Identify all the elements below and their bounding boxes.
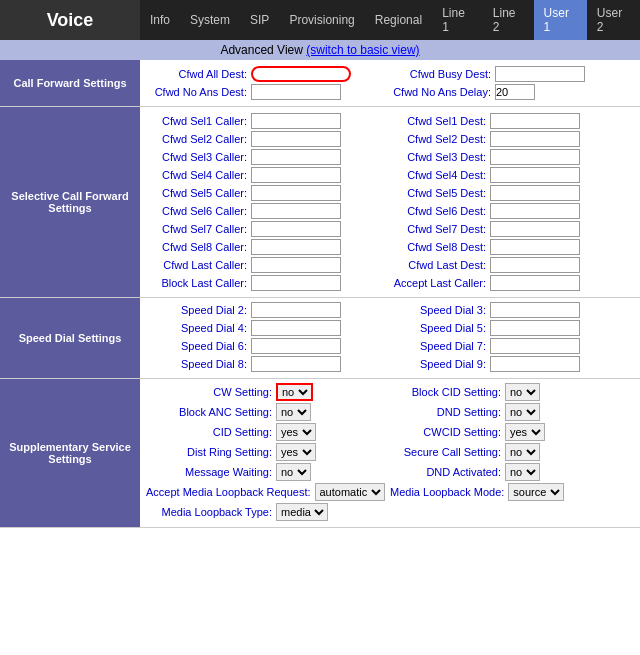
sel-right-label-9: Accept Last Caller: bbox=[390, 277, 490, 289]
sd-left-input-0[interactable] bbox=[251, 302, 341, 318]
sel-right-input-8[interactable] bbox=[490, 257, 580, 273]
supp-left-select-1[interactable]: no bbox=[276, 403, 311, 421]
supp-left-select-5[interactable]: automatic bbox=[315, 483, 385, 501]
cfwd-all-label: Cfwd All Dest: bbox=[146, 68, 251, 80]
nav-line1[interactable]: Line 1 bbox=[432, 0, 483, 40]
supp-left-select-0[interactable]: no bbox=[276, 383, 313, 401]
sel-left-input-0[interactable] bbox=[251, 113, 341, 129]
sel-left-label-6: Cfwd Sel7 Caller: bbox=[146, 223, 251, 235]
supp-row-5: Accept Media Loopback Request: automatic… bbox=[146, 483, 634, 501]
cfwd-noans-delay-input-wrapper bbox=[495, 84, 535, 100]
supp-right-label-1: DND Setting: bbox=[390, 406, 505, 418]
sd-left-input-1[interactable] bbox=[251, 320, 341, 336]
sel-left-input-6[interactable] bbox=[251, 221, 341, 237]
cfwd-no-ans-delay-input[interactable] bbox=[495, 84, 535, 100]
supp-left-select-2[interactable]: yes bbox=[276, 423, 316, 441]
sel-left-label-8: Cfwd Last Caller: bbox=[146, 259, 251, 271]
sd-right-input-0[interactable] bbox=[490, 302, 580, 318]
sd-left-input-2[interactable] bbox=[251, 338, 341, 354]
sel-right-input-3[interactable] bbox=[490, 167, 580, 183]
cfwd-all-dest-input[interactable] bbox=[251, 66, 351, 82]
sel-left-label-7: Cfwd Sel8 Caller: bbox=[146, 241, 251, 253]
sd-right-input-3[interactable] bbox=[490, 356, 580, 372]
nav-provisioning[interactable]: Provisioning bbox=[279, 7, 364, 33]
cfwd-all-input-wrapper bbox=[251, 66, 351, 82]
speed-dial-row-1: Speed Dial 4: Speed Dial 5: bbox=[146, 320, 634, 336]
cfwd-no-ans-dest-input[interactable] bbox=[251, 84, 341, 100]
selective-cf-row-3: Cfwd Sel4 Caller: Cfwd Sel4 Dest: bbox=[146, 167, 634, 183]
nav-bar: Info System SIP Provisioning Regional Li… bbox=[140, 0, 640, 40]
sd-right-input-2[interactable] bbox=[490, 338, 580, 354]
nav-user1[interactable]: User 1 bbox=[534, 0, 587, 40]
sel-left-input-7[interactable] bbox=[251, 239, 341, 255]
supp-left-select-3[interactable]: yes bbox=[276, 443, 316, 461]
sd-left-label-2: Speed Dial 6: bbox=[146, 340, 251, 352]
nav-sip[interactable]: SIP bbox=[240, 7, 279, 33]
cfwd-busy-dest-input[interactable] bbox=[495, 66, 585, 82]
sd-left-label-3: Speed Dial 8: bbox=[146, 358, 251, 370]
sel-left-input-8[interactable] bbox=[251, 257, 341, 273]
selective-cf-content: Cfwd Sel1 Caller: Cfwd Sel1 Dest: Cfwd S… bbox=[140, 107, 640, 297]
supp-left-label-4: Message Waiting: bbox=[146, 466, 276, 478]
sel-right-input-6[interactable] bbox=[490, 221, 580, 237]
supp-right-select-4[interactable]: no bbox=[505, 463, 540, 481]
selective-cf-row-5: Cfwd Sel6 Caller: Cfwd Sel6 Dest: bbox=[146, 203, 634, 219]
supp-left-select-4[interactable]: no bbox=[276, 463, 311, 481]
sel-right-input-0[interactable] bbox=[490, 113, 580, 129]
sd-left-input-3[interactable] bbox=[251, 356, 341, 372]
sel-left-label-5: Cfwd Sel6 Caller: bbox=[146, 205, 251, 217]
sd-right-input-1[interactable] bbox=[490, 320, 580, 336]
sel-left-input-4[interactable] bbox=[251, 185, 341, 201]
sel-left-input-1[interactable] bbox=[251, 131, 341, 147]
supp-right-label-5: Media Loopback Mode: bbox=[390, 486, 508, 498]
supp-right-select-5[interactable]: source bbox=[508, 483, 564, 501]
supp-left-label-1: Block ANC Setting: bbox=[146, 406, 276, 418]
supp-left-select-6[interactable]: media bbox=[276, 503, 328, 521]
selective-cf-row-0: Cfwd Sel1 Caller: Cfwd Sel1 Dest: bbox=[146, 113, 634, 129]
cfwd-noans-input-wrapper bbox=[251, 84, 341, 100]
sel-right-label-6: Cfwd Sel7 Dest: bbox=[390, 223, 490, 235]
supp-right-select-1[interactable]: no bbox=[505, 403, 540, 421]
sel-right-label-5: Cfwd Sel6 Dest: bbox=[390, 205, 490, 217]
sel-left-label-1: Cfwd Sel2 Caller: bbox=[146, 133, 251, 145]
page-wrapper: Voice Info System SIP Provisioning Regio… bbox=[0, 0, 640, 528]
sel-left-input-3[interactable] bbox=[251, 167, 341, 183]
switch-basic-link[interactable]: (switch to basic view) bbox=[306, 43, 419, 57]
supp-row-4: Message Waiting: no DND Activated: no bbox=[146, 463, 634, 481]
nav-regional[interactable]: Regional bbox=[365, 7, 432, 33]
supp-left-label-5: Accept Media Loopback Request: bbox=[146, 486, 315, 498]
cfwd-noans-delay-label: Cfwd No Ans Delay: bbox=[390, 86, 495, 98]
supplementary-title: Supplementary Service Settings bbox=[4, 441, 136, 465]
sel-left-label-3: Cfwd Sel4 Caller: bbox=[146, 169, 251, 181]
selective-cf-row-4: Cfwd Sel5 Caller: Cfwd Sel5 Dest: bbox=[146, 185, 634, 201]
nav-line2[interactable]: Line 2 bbox=[483, 0, 534, 40]
call-forward-title: Call Forward Settings bbox=[13, 77, 126, 89]
supp-right-select-3[interactable]: no bbox=[505, 443, 540, 461]
nav-info[interactable]: Info bbox=[140, 7, 180, 33]
sel-right-input-2[interactable] bbox=[490, 149, 580, 165]
supp-row-3: Dist Ring Setting: yes Secure Call Setti… bbox=[146, 443, 634, 461]
nav-system[interactable]: System bbox=[180, 7, 240, 33]
speed-dial-content: Speed Dial 2: Speed Dial 3: Speed Dial 4… bbox=[140, 298, 640, 378]
sel-right-input-9[interactable] bbox=[490, 275, 580, 291]
cfwd-busy-input-wrapper bbox=[495, 66, 585, 82]
supp-right-select-2[interactable]: yes bbox=[505, 423, 545, 441]
sel-right-input-4[interactable] bbox=[490, 185, 580, 201]
supp-right-select-0[interactable]: no bbox=[505, 383, 540, 401]
sel-left-label-0: Cfwd Sel1 Caller: bbox=[146, 115, 251, 127]
selective-cf-row-2: Cfwd Sel3 Caller: Cfwd Sel3 Dest: bbox=[146, 149, 634, 165]
sel-right-input-1[interactable] bbox=[490, 131, 580, 147]
supp-right-label-2: CWCID Setting: bbox=[390, 426, 505, 438]
selective-cf-row-6: Cfwd Sel7 Caller: Cfwd Sel7 Dest: bbox=[146, 221, 634, 237]
speed-dial-row-3: Speed Dial 8: Speed Dial 9: bbox=[146, 356, 634, 372]
sel-right-input-7[interactable] bbox=[490, 239, 580, 255]
selective-cf-row-7: Cfwd Sel8 Caller: Cfwd Sel8 Dest: bbox=[146, 239, 634, 255]
sel-right-input-5[interactable] bbox=[490, 203, 580, 219]
call-forward-section: Call Forward Settings Cfwd All Dest: Cfw… bbox=[0, 60, 640, 107]
sel-left-input-9[interactable] bbox=[251, 275, 341, 291]
sel-left-input-2[interactable] bbox=[251, 149, 341, 165]
sel-left-input-5[interactable] bbox=[251, 203, 341, 219]
nav-user2[interactable]: User 2 bbox=[587, 0, 640, 40]
sd-right-label-3: Speed Dial 9: bbox=[390, 358, 490, 370]
advanced-view-text: Advanced View bbox=[220, 43, 303, 57]
